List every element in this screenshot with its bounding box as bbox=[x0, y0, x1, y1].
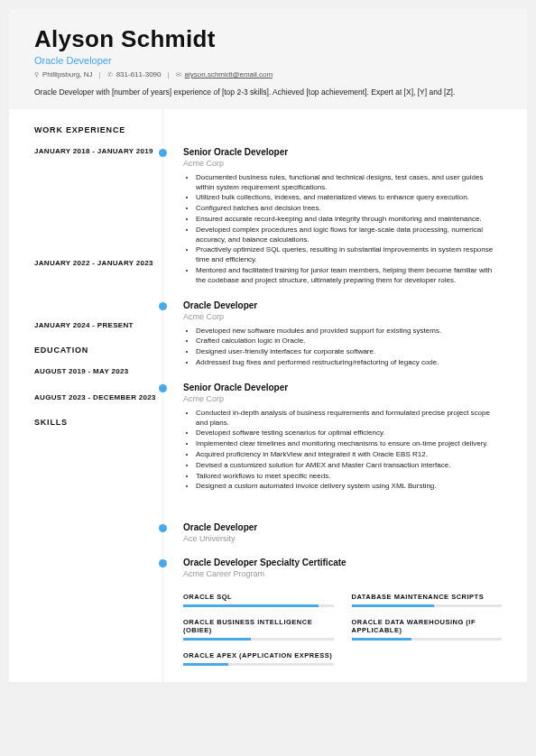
applicant-title: Oracle Developer bbox=[34, 55, 502, 66]
separator: | bbox=[167, 70, 169, 78]
separator: | bbox=[99, 70, 101, 78]
left-column: WORK EXPERIENCE JANUARY 2018 - JANUARY 2… bbox=[9, 109, 162, 682]
location-text: Phillipsburg, NJ bbox=[42, 70, 93, 78]
bullet-item: Addressed bug fixes and performed restru… bbox=[196, 358, 502, 368]
skill-bar bbox=[183, 604, 334, 607]
job-dates: JANUARY 2024 - PRESENT bbox=[34, 321, 162, 329]
edu-dates: AUGUST 2023 - DECEMBER 2023 bbox=[34, 393, 162, 401]
location-icon: ⚲ bbox=[34, 71, 39, 78]
skill-item: ORACLE BUSINESS INTELLIGENCE (OBIEE) bbox=[183, 618, 334, 641]
bullet-item: Crafted calculation logic in Oracle. bbox=[196, 337, 502, 346]
skill-bar bbox=[352, 638, 503, 641]
bullet-list: Developed new software modules and provi… bbox=[183, 327, 502, 368]
timeline-dot-icon bbox=[159, 384, 167, 392]
phone-text: 831-611-3090 bbox=[116, 70, 162, 78]
school-name: Acme Career Program bbox=[183, 569, 502, 578]
experience-entry: Senior Oracle Developer Acme Corp Conduc… bbox=[163, 383, 502, 492]
degree-title: Oracle Developer Specialty Certificate bbox=[183, 558, 502, 567]
skill-fill bbox=[352, 604, 435, 607]
job-title: Senior Oracle Developer bbox=[183, 147, 502, 157]
company-name: Acme Corp bbox=[183, 312, 502, 321]
contact-row: ⚲ Phillipsburg, NJ | ✆ 831-611-3090 | ✉ … bbox=[34, 70, 502, 78]
bullet-item: Conducted in-depth analysis of business … bbox=[196, 409, 502, 429]
bullet-list: Documented business rules, functional an… bbox=[183, 173, 502, 286]
timeline-dot-icon bbox=[159, 559, 167, 567]
skill-label: ORACLE DATA WAREHOUSING (IF APPLICABLE) bbox=[352, 618, 503, 634]
bullet-item: Designed user-friendly interfaces for co… bbox=[196, 347, 502, 357]
bullet-item: Ensured accurate record-keeping and data… bbox=[196, 215, 502, 225]
experience-entry: Senior Oracle Developer Acme Corp Docume… bbox=[163, 147, 502, 286]
skill-label: ORACLE SQL bbox=[183, 593, 334, 601]
bullet-item: Implemented clear timelines and monitori… bbox=[196, 439, 502, 449]
skill-fill bbox=[183, 638, 251, 641]
bullet-item: Proactively optimized SQL queries, resul… bbox=[196, 245, 502, 265]
bullet-item: Documented business rules, functional an… bbox=[196, 173, 502, 193]
skill-fill bbox=[352, 638, 412, 641]
bullet-item: Configured batches and decision trees. bbox=[196, 204, 502, 214]
degree-title: Oracle Developer bbox=[183, 522, 502, 532]
bullet-item: Mentored and facilitated training for ju… bbox=[196, 266, 502, 286]
bullet-item: Designed a custom automated invoice deli… bbox=[196, 482, 502, 492]
experience-entry: Oracle Developer Acme Corp Developed new… bbox=[163, 300, 502, 368]
bullet-item: Tailored workflows to meet specific need… bbox=[196, 472, 502, 482]
bullet-item: Acquired proficiency in MarkView and int… bbox=[196, 450, 502, 460]
job-title: Senior Oracle Developer bbox=[183, 383, 502, 392]
job-dates: JANUARY 2018 - JANUARY 2019 bbox=[34, 147, 162, 155]
bullet-list: Conducted in-depth analysis of business … bbox=[183, 409, 502, 492]
resume-page: Alyson Schmidt Oracle Developer ⚲ Philli… bbox=[9, 9, 527, 682]
resume-body: WORK EXPERIENCE JANUARY 2018 - JANUARY 2… bbox=[9, 109, 527, 682]
bullet-item: Utilized bulk collections, indexes, and … bbox=[196, 193, 502, 203]
skill-item: ORACLE DATA WAREHOUSING (IF APPLICABLE) bbox=[352, 618, 503, 641]
bullet-item: Devised a customized solution for AMEX a… bbox=[196, 461, 502, 471]
job-dates: JANUARY 2022 - JANUARY 2023 bbox=[34, 259, 162, 267]
skills-grid: ORACLE SQL DATABASE MAINTENANCE SCRIPTS … bbox=[163, 593, 502, 666]
bullet-item: Developed software testing scenarios for… bbox=[196, 429, 502, 438]
company-name: Acme Corp bbox=[183, 159, 502, 168]
skill-item: ORACLE APEX (APPLICATION EXPRESS) bbox=[183, 651, 334, 666]
skill-bar bbox=[183, 638, 334, 641]
section-education-label: EDUCATION bbox=[34, 346, 162, 355]
applicant-name: Alyson Schmidt bbox=[34, 25, 502, 53]
skill-label: ORACLE BUSINESS INTELLIGENCE (OBIEE) bbox=[183, 618, 334, 634]
skill-fill bbox=[183, 663, 228, 666]
skill-label: DATABASE MAINTENANCE SCRIPTS bbox=[352, 593, 503, 601]
edu-dates: AUGUST 2019 - MAY 2023 bbox=[34, 367, 162, 375]
bullet-item: Developed complex procedures and logic f… bbox=[196, 226, 502, 245]
job-title: Oracle Developer bbox=[183, 300, 502, 310]
skill-fill bbox=[183, 604, 319, 607]
education-entry: Oracle Developer Specialty Certificate A… bbox=[163, 558, 502, 578]
school-name: Ace University bbox=[183, 534, 502, 543]
skill-bar bbox=[352, 604, 503, 607]
timeline-dot-icon bbox=[159, 149, 167, 157]
section-work-label: WORK EXPERIENCE bbox=[34, 125, 162, 134]
skill-bar bbox=[183, 663, 334, 666]
skill-item: ORACLE SQL bbox=[183, 593, 334, 607]
timeline-dot-icon bbox=[159, 302, 167, 310]
email-link[interactable]: alyson.schmidt@email.com bbox=[185, 70, 273, 78]
section-skills-label: SKILLS bbox=[34, 418, 162, 427]
skill-label: ORACLE APEX (APPLICATION EXPRESS) bbox=[183, 651, 334, 659]
email-icon: ✉ bbox=[176, 71, 181, 78]
resume-header: Alyson Schmidt Oracle Developer ⚲ Philli… bbox=[9, 9, 527, 109]
skill-item: DATABASE MAINTENANCE SCRIPTS bbox=[352, 593, 503, 607]
bullet-item: Developed new software modules and provi… bbox=[196, 327, 502, 337]
right-column: Senior Oracle Developer Acme Corp Docume… bbox=[162, 109, 527, 682]
phone-icon: ✆ bbox=[107, 71, 113, 78]
summary-text: Oracle Developer with [number of years] … bbox=[34, 88, 502, 98]
education-entry: Oracle Developer Ace University bbox=[163, 522, 502, 543]
company-name: Acme Corp bbox=[183, 394, 502, 403]
timeline-dot-icon bbox=[159, 524, 167, 532]
